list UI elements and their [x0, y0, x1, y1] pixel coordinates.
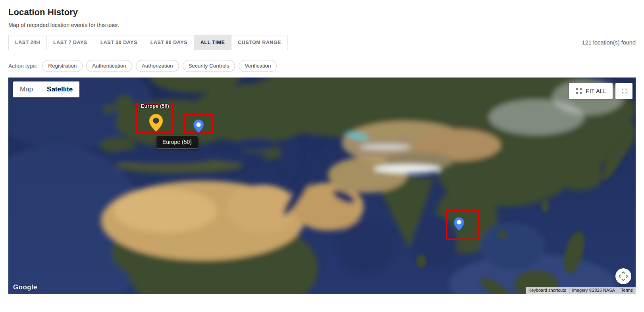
marker-pin-southeast-asia-point[interactable] [453, 217, 465, 231]
pan-arrows-icon [618, 270, 629, 282]
imagery-attribution: Imagery ©2026 NASA [569, 287, 618, 294]
marker-pin-europe-point[interactable] [193, 119, 204, 133]
time-range-custom-range[interactable]: CUSTOM RANGE [231, 35, 288, 50]
satellite-imagery[interactable] [8, 78, 636, 294]
time-range-last-7-days[interactable]: LAST 7 DAYS [46, 35, 94, 50]
time-range-last-24h[interactable]: LAST 24H [8, 35, 47, 50]
map-type-satellite-button[interactable]: Satellite [40, 81, 79, 97]
filter-chip-authentication[interactable]: Authentication [86, 60, 132, 72]
keyboard-shortcuts-link[interactable]: Keyboard shortcuts [526, 287, 569, 294]
fit-all-label: FIT ALL [586, 88, 607, 94]
filter-chip-verification[interactable]: Verification [239, 60, 277, 72]
marker-pin-europe-cluster[interactable] [148, 114, 164, 132]
map-type-control: Map Satellite [13, 81, 79, 97]
map-attribution: Keyboard shortcuts Imagery ©2026 NASA Te… [526, 287, 636, 294]
time-range-all-time[interactable]: ALL TIME [194, 35, 231, 50]
filter-chip-security-controls[interactable]: Security Controls [183, 60, 235, 72]
location-map: Map Satellite FIT ALL Europe (50) [8, 78, 636, 294]
action-type-label: Action type: [8, 63, 37, 69]
fullscreen-icon [620, 87, 628, 95]
time-range-toolbar: LAST 24H LAST 7 DAYS LAST 30 DAYS LAST 9… [8, 35, 636, 50]
filter-chip-authorization[interactable]: Authorization [136, 60, 179, 72]
pan-control[interactable] [615, 268, 631, 284]
page-subtitle: Map of recorded location events for this… [8, 22, 636, 28]
page-title: Location History [8, 7, 636, 17]
time-range-last-90-days[interactable]: LAST 90 DAYS [144, 35, 194, 50]
filter-chip-registration[interactable]: Registration [42, 60, 83, 72]
time-range-last-30-days[interactable]: LAST 30 DAYS [94, 35, 144, 50]
results-count: 121 location(s) found [582, 39, 636, 46]
time-range-button-group: LAST 24H LAST 7 DAYS LAST 30 DAYS LAST 9… [8, 35, 288, 50]
fullscreen-button[interactable] [615, 83, 632, 99]
location-history-page: Location History Map of recorded locatio… [0, 0, 636, 294]
terms-link[interactable]: Terms [618, 287, 636, 294]
google-logo[interactable]: Google [13, 283, 37, 291]
fit-all-button[interactable]: FIT ALL [569, 83, 613, 99]
map-type-map-button[interactable]: Map [13, 81, 40, 97]
action-type-filter-row: Action type: Registration Authentication… [8, 60, 636, 72]
fit-all-icon [575, 87, 582, 95]
